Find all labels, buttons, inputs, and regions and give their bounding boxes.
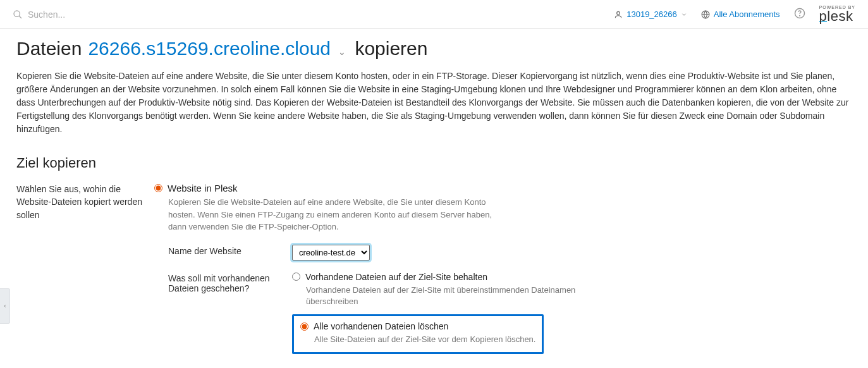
- page-title: Dateien 26266.s15269.creoline.cloud ⌄ ko…: [16, 38, 852, 59]
- title-prefix: Dateien: [16, 38, 82, 59]
- svg-point-6: [799, 15, 800, 16]
- keep-files-desc: Vorhandene Dateien auf der Ziel-Site mit…: [306, 285, 584, 309]
- target-plesk-radio[interactable]: [154, 184, 162, 192]
- search-icon: [13, 9, 23, 20]
- existing-files-label: Was soll mit vorhandenen Dateien gescheh…: [168, 272, 292, 293]
- target-plesk-label[interactable]: Website in Plesk: [168, 183, 238, 193]
- keep-files-radio[interactable]: [292, 273, 300, 281]
- globe-icon: [701, 10, 710, 19]
- site-name-label: Name der Website: [168, 245, 292, 256]
- help-button[interactable]: [794, 8, 805, 21]
- sidebar-toggle[interactable]: [0, 288, 10, 324]
- brand-logo: plesk: [819, 9, 853, 23]
- topbar: 13019_26266 Alle Abonnements POWERED BY …: [0, 0, 868, 29]
- site-name-select[interactable]: creoline-test.de: [292, 245, 370, 261]
- intro-text: Kopieren Sie die Website-Dateien auf ein…: [16, 70, 852, 136]
- all-subscriptions-link[interactable]: Alle Abonnements: [701, 9, 780, 19]
- title-suffix: kopieren: [355, 38, 427, 59]
- delete-files-desc: Alle Site-Dateien auf der Ziel-Site vor …: [314, 334, 535, 346]
- domain-selector[interactable]: 26266.s15269.creoline.cloud ⌄: [88, 38, 348, 59]
- subscriptions-label: Alle Abonnements: [714, 9, 780, 19]
- user-menu[interactable]: 13019_26266: [614, 9, 687, 19]
- keep-files-label[interactable]: Vorhandene Dateien auf der Ziel-Site beh…: [305, 272, 487, 282]
- target-plesk-desc: Kopieren Sie die Website-Dateien auf ein…: [168, 196, 497, 233]
- plesk-brand: POWERED BY plesk: [819, 5, 855, 23]
- chevron-down-icon: [681, 11, 687, 18]
- keep-files-group: Vorhandene Dateien auf der Ziel-Site beh…: [292, 272, 852, 309]
- search-wrap: [13, 9, 614, 20]
- delete-files-highlight: Alle vorhandenen Dateien löschen Alle Si…: [292, 314, 544, 354]
- svg-line-1: [19, 16, 21, 18]
- copy-target-side-label: Wählen Sie aus, wohin die Website-Dateie…: [16, 183, 154, 221]
- copy-target-body: Website in Plesk Kopieren Sie die Websit…: [154, 183, 852, 368]
- delete-files-radio[interactable]: [300, 322, 309, 331]
- section-heading: Ziel kopieren: [16, 155, 852, 171]
- svg-point-0: [14, 11, 20, 16]
- search-input[interactable]: [28, 9, 192, 20]
- chevron-left-icon: [3, 304, 8, 309]
- chevron-down-icon: ⌄: [338, 47, 346, 57]
- user-label: 13019_26266: [627, 9, 677, 19]
- topbar-right: 13019_26266 Alle Abonnements POWERED BY …: [614, 5, 855, 23]
- help-icon: [794, 8, 805, 19]
- delete-files-label[interactable]: Alle vorhandenen Dateien löschen: [314, 321, 448, 331]
- content: Dateien 26266.s15269.creoline.cloud ⌄ ko…: [0, 29, 868, 368]
- copy-target-row: Wählen Sie aus, wohin die Website-Dateie…: [16, 183, 852, 368]
- site-name-row: Name der Website creoline-test.de: [168, 245, 852, 261]
- target-plesk-group: Website in Plesk Kopieren Sie die Websit…: [154, 183, 852, 354]
- existing-files-row: Was soll mit vorhandenen Dateien gescheh…: [168, 272, 852, 355]
- user-icon: [614, 10, 623, 19]
- svg-point-2: [617, 11, 620, 15]
- delete-files-group: Alle vorhandenen Dateien löschen Alle Si…: [300, 321, 535, 346]
